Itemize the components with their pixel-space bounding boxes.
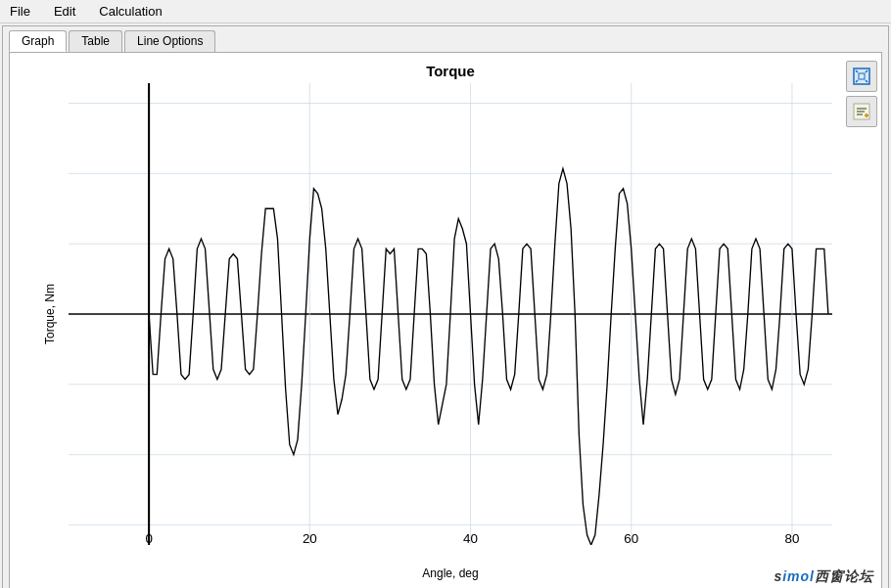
svg-text:80: 80 (785, 531, 800, 545)
tab-table[interactable]: Table (69, 30, 122, 52)
svg-text:40: 40 (463, 531, 478, 545)
tab-line-options[interactable]: Line Options (124, 30, 215, 52)
edit-button[interactable] (846, 96, 877, 127)
x-axis-label: Angle, deg (422, 566, 478, 580)
menubar: File Edit Calculation (0, 0, 891, 23)
graph-area: Torque (9, 52, 882, 588)
chart-canvas: 2 1 0 −1 −2 −3 0 20 40 60 80 (69, 83, 832, 545)
chart-wrapper: Torque (10, 53, 842, 588)
svg-text:60: 60 (624, 531, 638, 545)
watermark: simol西窗论坛 (774, 568, 873, 586)
chart-title: Torque (69, 63, 832, 79)
tabs-row: Graph Table Line Options (3, 26, 888, 52)
right-toolbar (842, 53, 881, 588)
tab-graph[interactable]: Graph (9, 30, 67, 52)
chart-svg: 2 1 0 −1 −2 −3 0 20 40 60 80 (69, 83, 832, 545)
svg-text:0: 0 (145, 531, 152, 545)
menu-edit[interactable]: Edit (48, 2, 81, 21)
menu-file[interactable]: File (4, 2, 36, 21)
menu-calculation[interactable]: Calculation (93, 2, 167, 21)
zoom-fit-button[interactable] (846, 61, 877, 92)
main-window: Graph Table Line Options Torque (2, 25, 889, 588)
y-axis-label: Torque, Nm (43, 284, 57, 344)
torque-line (149, 168, 828, 545)
svg-text:20: 20 (303, 531, 317, 545)
